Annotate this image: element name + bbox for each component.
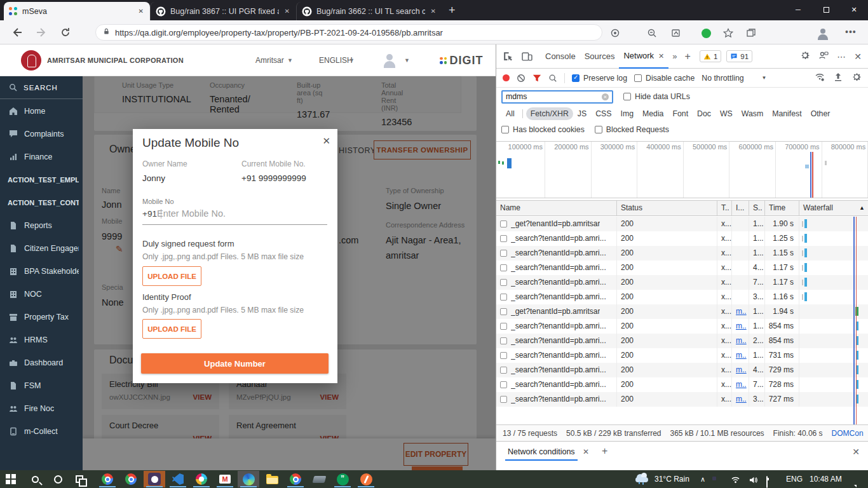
row-checkbox[interactable] bbox=[500, 367, 507, 374]
disable-cache-checkbox[interactable]: Disable cache bbox=[634, 74, 695, 83]
preserve-log-checkbox[interactable]: Preserve log bbox=[572, 74, 627, 83]
blocked-requests-checkbox[interactable]: Blocked Requests bbox=[595, 125, 669, 134]
initiator-link[interactable]: m.. bbox=[736, 307, 747, 316]
browser-menu-icon[interactable]: ••• bbox=[845, 27, 857, 37]
clear-icon[interactable] bbox=[517, 74, 526, 83]
initiator-link[interactable]: m.. bbox=[736, 336, 747, 345]
devtools-close-icon[interactable]: ✕ bbox=[854, 51, 862, 62]
sidebar-item-property-tax[interactable]: Property Tax bbox=[0, 306, 83, 329]
sidebar-item-action-test-contact[interactable]: ACTION_TEST_CONTACT bbox=[0, 191, 83, 214]
network-request-row[interactable]: _search?tenantId=pb.amri...200x...m..2..… bbox=[496, 334, 868, 348]
gear-icon[interactable] bbox=[800, 50, 810, 63]
tab-network[interactable]: Network✕ bbox=[619, 44, 668, 69]
sidebar-item-finance[interactable]: Finance bbox=[0, 146, 83, 168]
tab-close-icon[interactable]: ✕ bbox=[137, 6, 145, 16]
battery-icon[interactable] bbox=[766, 476, 768, 488]
location-icon[interactable] bbox=[610, 28, 620, 38]
taskbar-slack-icon[interactable] bbox=[191, 471, 212, 487]
messages-badge[interactable]: 91 bbox=[726, 50, 752, 62]
task-view-icon[interactable] bbox=[74, 473, 85, 485]
window-close-button[interactable]: ✕ bbox=[840, 0, 868, 19]
sidebar-item-citizen-engagement[interactable]: Citizen Engagement bbox=[0, 237, 83, 260]
initiator-link[interactable]: m.. bbox=[736, 395, 747, 403]
chevron-down-icon[interactable]: ▼ bbox=[287, 57, 293, 64]
taskbar-hangouts-icon[interactable]: ” bbox=[332, 471, 353, 487]
import-har-icon[interactable] bbox=[833, 72, 843, 85]
record-icon[interactable] bbox=[503, 74, 510, 81]
filter-pill-manifest[interactable]: Manifest bbox=[768, 107, 806, 120]
row-checkbox[interactable] bbox=[500, 294, 507, 301]
taskbar-chrome-icon[interactable] bbox=[97, 471, 118, 487]
city-selector[interactable]: Amritsar bbox=[255, 56, 284, 65]
network-request-row[interactable]: _get?tenantId=pb.amritsar200x...m..1...1… bbox=[496, 304, 868, 319]
filter-pill-css[interactable]: CSS bbox=[591, 107, 616, 120]
column-header-s[interactable]: S.. bbox=[749, 201, 765, 215]
window-minimize-button[interactable]: ─ bbox=[784, 0, 812, 19]
browser-tab[interactable]: Bug/rain 3867 :: UI PGR fixed ass✕ bbox=[150, 2, 296, 20]
network-request-row[interactable]: _search?tenantId=pb.amri...200x...3...1.… bbox=[496, 290, 868, 304]
extension-icon[interactable] bbox=[702, 29, 711, 38]
warnings-badge[interactable]: 1 bbox=[700, 50, 721, 62]
drawer-tab-close-icon[interactable]: ✕ bbox=[583, 447, 589, 456]
column-header-i[interactable]: I... bbox=[732, 201, 749, 215]
network-request-row[interactable]: _search?tenantId=pb.amri...200x...m..4..… bbox=[496, 363, 868, 377]
refresh-icon[interactable] bbox=[60, 27, 71, 38]
row-checkbox[interactable] bbox=[500, 308, 507, 315]
taskbar-search-icon[interactable] bbox=[29, 473, 41, 485]
browser-tab[interactable]: Bug/rain 3662 :: UI TL search cou✕ bbox=[296, 2, 442, 20]
filter-pill-other[interactable]: Other bbox=[806, 107, 835, 120]
tab-close-icon[interactable]: ✕ bbox=[283, 6, 291, 16]
network-request-row[interactable]: _search?tenantId=pb.amri...200x...4...1.… bbox=[496, 261, 868, 275]
sidebar-item-fsm[interactable]: FSM bbox=[0, 374, 83, 397]
mobile-input[interactable]: Enter Mobile No. bbox=[157, 208, 226, 219]
row-checkbox[interactable] bbox=[500, 337, 507, 344]
network-request-row[interactable]: _search?tenantId=pb.amri...200x...7...1.… bbox=[496, 275, 868, 290]
chevron-down-icon[interactable]: ▼ bbox=[404, 57, 410, 64]
device-toolbar-icon[interactable] bbox=[522, 51, 532, 62]
cortana-icon[interactable] bbox=[52, 473, 64, 485]
initiator-link[interactable]: m.. bbox=[736, 351, 747, 360]
network-request-row[interactable]: _search?tenantId=pb.amri...200x...1...1.… bbox=[496, 246, 868, 261]
taskbar-chrome-icon[interactable] bbox=[285, 471, 306, 487]
sidebar-item-m-collect[interactable]: m-Collect bbox=[0, 420, 83, 443]
hide-data-urls-checkbox[interactable]: Hide data URLs bbox=[623, 92, 690, 101]
search-icon[interactable] bbox=[548, 74, 557, 83]
sidebar-item-reports[interactable]: Reports bbox=[0, 214, 83, 237]
clear-filter-icon[interactable]: ✕ bbox=[602, 93, 609, 100]
taskbar-vscode-icon[interactable] bbox=[167, 471, 189, 487]
wifi-icon[interactable] bbox=[731, 475, 740, 484]
network-request-row[interactable]: _search?tenantId=pb.amri...200x...m..7..… bbox=[496, 377, 868, 392]
web-capture-icon[interactable] bbox=[671, 28, 681, 38]
tab-close-icon[interactable]: ✕ bbox=[430, 6, 437, 16]
chevron-down-icon[interactable]: ▼ bbox=[349, 57, 355, 64]
network-settings-icon[interactable] bbox=[851, 72, 862, 85]
update-number-button[interactable]: Update Number bbox=[141, 353, 329, 374]
filter-pill-ws[interactable]: WS bbox=[715, 107, 737, 120]
network-request-row[interactable]: _search?tenantId=pb.amri...200x...m..1..… bbox=[496, 319, 868, 334]
column-header-status[interactable]: Status bbox=[617, 201, 717, 215]
throttling-dropdown[interactable]: No throttling▼ bbox=[702, 74, 766, 83]
clock[interactable]: 10:48 AM bbox=[810, 475, 842, 484]
column-header-name[interactable]: Name bbox=[496, 201, 617, 215]
taskbar-file-explorer-icon[interactable] bbox=[261, 471, 283, 487]
row-checkbox[interactable] bbox=[500, 381, 507, 388]
filter-pill-wasm[interactable]: Wasm bbox=[737, 107, 768, 120]
taskbar-github-desktop-icon[interactable] bbox=[144, 471, 165, 487]
row-checkbox[interactable] bbox=[500, 396, 507, 403]
network-conditions-icon[interactable] bbox=[815, 72, 825, 85]
window-maximize-button[interactable] bbox=[812, 0, 840, 19]
sidebar-item-complaints[interactable]: Complaints bbox=[0, 123, 83, 146]
taskbar-chrome-icon[interactable] bbox=[120, 471, 142, 487]
filter-pill-img[interactable]: Img bbox=[616, 107, 638, 120]
devtools-menu-icon[interactable]: ⋯ bbox=[837, 51, 846, 62]
start-button[interactable] bbox=[5, 473, 17, 485]
network-request-row[interactable]: _search?tenantId=pb.amri...200x...m..3..… bbox=[496, 392, 868, 407]
filter-icon[interactable] bbox=[532, 74, 541, 83]
tray-expand-icon[interactable]: ∧ bbox=[700, 475, 705, 484]
network-request-row[interactable]: _get?tenantId=pb.amritsar200x...1...1.90… bbox=[496, 217, 868, 231]
has-blocked-cookies-checkbox[interactable]: Has blocked cookies bbox=[501, 125, 585, 134]
address-bar[interactable]: https://qa.digit.org/employee/property-t… bbox=[95, 24, 602, 41]
taskbar-gmail-icon[interactable]: M bbox=[214, 471, 236, 487]
weather-icon[interactable] bbox=[635, 474, 651, 483]
row-checkbox[interactable] bbox=[500, 235, 507, 242]
